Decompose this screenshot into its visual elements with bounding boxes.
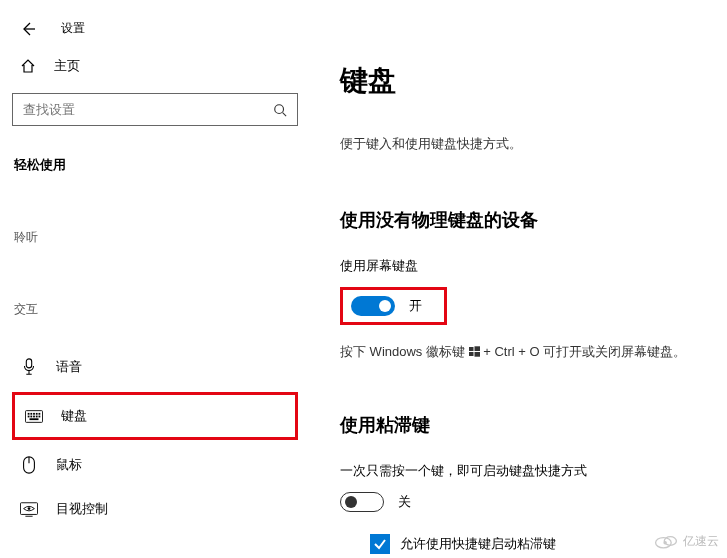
sidebar: 主页 轻松使用 聆听 交互 语音 键盘 (0, 47, 310, 555)
highlight-toggle: 开 (340, 287, 447, 325)
sidebar-subheader-listen: 聆听 (12, 229, 298, 246)
back-icon[interactable] (20, 21, 36, 37)
highlight-keyboard: 键盘 (12, 392, 298, 440)
svg-rect-1 (26, 359, 31, 368)
sticky-keys-toggle[interactable] (340, 492, 384, 512)
microphone-icon (20, 358, 38, 376)
page-title: 键盘 (340, 62, 717, 100)
search-icon (273, 103, 287, 117)
svg-point-17 (28, 507, 31, 510)
sidebar-item-mouse[interactable]: 鼠标 (12, 446, 298, 484)
svg-rect-6 (36, 412, 38, 414)
mouse-icon (20, 456, 38, 474)
toggle-state-label: 开 (409, 297, 422, 315)
sidebar-item-label: 键盘 (61, 407, 87, 425)
svg-rect-13 (30, 418, 39, 420)
svg-rect-4 (30, 412, 32, 414)
checkbox-checked-icon[interactable] (370, 534, 390, 554)
shortcut-hint: 按下 Windows 徽标键 + Ctrl + O 可打开或关闭屏幕键盘。 (340, 343, 717, 361)
sidebar-item-label: 鼠标 (56, 456, 82, 474)
svg-rect-12 (39, 415, 41, 417)
svg-rect-5 (33, 412, 35, 414)
svg-rect-21 (469, 352, 474, 356)
checkbox-label: 允许使用快捷键启动粘滞键 (400, 535, 556, 553)
on-screen-keyboard-label: 使用屏幕键盘 (340, 257, 717, 275)
page-description: 便于键入和使用键盘快捷方式。 (340, 135, 717, 153)
search-field[interactable] (23, 102, 273, 117)
keyboard-icon (25, 410, 43, 423)
svg-rect-10 (33, 415, 35, 417)
sidebar-home[interactable]: 主页 (12, 47, 298, 93)
svg-rect-11 (36, 415, 38, 417)
svg-rect-9 (30, 415, 32, 417)
home-icon (20, 58, 36, 74)
sticky-keys-desc: 一次只需按一个键，即可启动键盘快捷方式 (340, 462, 717, 480)
sidebar-item-label: 语音 (56, 358, 82, 376)
svg-rect-8 (28, 415, 30, 417)
svg-rect-19 (469, 347, 474, 351)
section-no-physical-keyboard: 使用没有物理键盘的设备 (340, 208, 717, 232)
sidebar-item-label: 目视控制 (56, 500, 108, 518)
search-input[interactable] (12, 93, 298, 126)
on-screen-keyboard-toggle[interactable] (351, 296, 395, 316)
window-title: 设置 (61, 20, 85, 37)
sidebar-item-eye-control[interactable]: 目视控制 (12, 490, 298, 528)
svg-point-25 (663, 541, 666, 544)
watermark: 亿速云 (653, 532, 719, 550)
content-area: 键盘 便于键入和使用键盘快捷方式。 使用没有物理键盘的设备 使用屏幕键盘 开 按… (310, 47, 727, 555)
sidebar-subheader-interact: 交互 (12, 301, 298, 318)
eye-control-icon (20, 502, 38, 517)
sidebar-section: 轻松使用 (12, 156, 298, 174)
svg-rect-3 (28, 412, 30, 414)
sidebar-item-keyboard[interactable]: 键盘 (17, 397, 293, 435)
svg-rect-7 (39, 412, 41, 414)
sidebar-item-voice[interactable]: 语音 (12, 348, 298, 386)
sidebar-home-label: 主页 (54, 57, 80, 75)
toggle-state-label: 关 (398, 493, 411, 511)
windows-logo-icon (469, 346, 480, 357)
svg-point-0 (275, 104, 284, 113)
section-sticky-keys: 使用粘滞键 (340, 413, 717, 437)
